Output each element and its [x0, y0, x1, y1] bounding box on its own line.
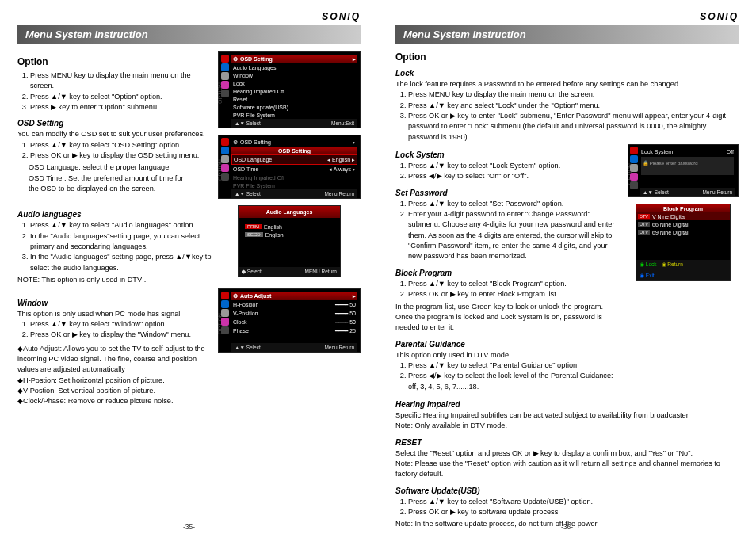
li: Press ▶ key to enter "Option" submenu. — [30, 102, 212, 113]
bullet: ◆Auto Adjust: Allows you to set the TV t… — [17, 344, 212, 376]
banner: Menu System Instruction — [17, 25, 361, 44]
brand-logo: SONIQ — [17, 11, 361, 22]
bullet: ◆H-Postion: Set horizontal position of p… — [17, 376, 212, 386]
li: Press ▲/▼ key to select "Window" option. — [30, 319, 212, 330]
bullet: ◆V-Postion: Set vertical position of pic… — [17, 386, 212, 396]
window-h: Window — [17, 299, 212, 307]
li: Press MENU key to display the main menu … — [30, 71, 212, 92]
li: Press MENU key to display the main menu … — [408, 90, 739, 100]
li: Press ▲/▼ key to select "Option" option. — [30, 92, 212, 102]
page-number: -35- — [0, 523, 378, 531]
li: Press OK or ▶ key to display the "Window… — [30, 330, 212, 340]
page-35: SONIQ Menu System Instruction Option Pre… — [0, 0, 378, 534]
hi-h: Hearing Impaired — [395, 400, 739, 409]
bullet: ◆Clock/Phase: Remove or reduce picture n… — [17, 396, 212, 406]
p: Specific Hearing Impaired subtitles can … — [395, 410, 739, 421]
osd-setting-h: OSD Setting — [17, 119, 212, 128]
page-36: SONIQ Menu System Instruction Option Loc… — [378, 0, 756, 534]
li: Press ▲/▼ key to select "Audio languages… — [30, 220, 212, 231]
brand-logo: SONIQ — [395, 11, 739, 22]
li: Press ◀/▶ key to select "On" or "Off". — [408, 171, 621, 181]
lock-icon: 🔒 — [643, 161, 648, 166]
gear-icon: ⚙ — [233, 56, 238, 63]
banner: Menu System Instruction — [395, 25, 739, 44]
p: This option is only used when PC mode ha… — [17, 309, 212, 319]
sw-h: Software Update(USB) — [395, 486, 739, 495]
option-heading: Option — [17, 56, 212, 67]
lock-h: Lock — [395, 69, 739, 78]
li: Press ▲/▼ key to select "Block Program" … — [408, 279, 621, 289]
note: the OSD to be displayed on the screen. — [29, 184, 212, 194]
li: Press ▲/▼ key and select "Lock" under th… — [408, 101, 739, 111]
osd-panel-lock: OPTION Lock SystemOff 🔒 Please enter pas… — [628, 144, 739, 197]
note: NOTE: This option is only used in DTV . — [17, 275, 212, 285]
li: Press ▲/▼ key to select "Parental Guidan… — [408, 360, 621, 371]
li: Enter your 4-digit password to enter "Ch… — [408, 209, 621, 262]
li: Press ▲/▼ key to select "Software Update… — [408, 497, 739, 507]
reset-h: RESET — [395, 438, 739, 447]
li: Press ▲/▼ key to select "OSD Setting" op… — [30, 140, 212, 151]
li: Press OK or ▶ key to display the OSD set… — [30, 151, 212, 161]
p: Select the "Reset" option and press OK o… — [395, 448, 739, 459]
p: This option only used in DTV mode. — [395, 350, 621, 360]
note: Note: Only available in DTV mode. — [395, 421, 739, 431]
li: In the "Audio languages"setting page, yo… — [30, 231, 212, 253]
block-h: Block Program — [395, 269, 621, 277]
p: You can modify the OSD set to suit your … — [17, 129, 212, 139]
li: Press OK or ▶ key to enter "Lock" submen… — [408, 111, 739, 143]
li: Press OK or ▶ key to software update pro… — [408, 507, 739, 517]
intro-list: Press MENU key to display the main menu … — [17, 71, 212, 113]
page-number: -36- — [378, 523, 756, 531]
audio-h: Audio languages — [17, 210, 212, 219]
li: Press OK or ▶ key to enter Block Program… — [408, 289, 621, 299]
osd-panel-audio: Audio Languages PRIMEnglish SECDEnglish … — [238, 205, 341, 277]
setpw-h: Set Password — [395, 189, 621, 197]
osd-panel-window: OPTION ⚙Auto Adjust▸ H-Position━━━━ 50 V… — [218, 288, 361, 353]
option-heading: Option — [395, 51, 739, 63]
p: In the program list, use Green key to lo… — [395, 302, 621, 334]
note: OSD Language: select the proper language — [29, 162, 212, 173]
osd-panel-option: OPTION ⚙OSD Setting▸ Audio Languages Win… — [218, 51, 361, 128]
osd-panel-block: Block Program DTVV Nine Digital DTV66 Ni… — [636, 204, 731, 281]
gear-icon: ⚙ — [233, 139, 238, 146]
osd-panel-osd-setting: OPTION ⚙OSD Setting▸ OSD Setting OSD Lan… — [218, 135, 361, 199]
li: Press ▲/▼ key to select "Lock System" op… — [408, 161, 621, 171]
note: OSD Time : Set the preferred amount of t… — [29, 174, 212, 184]
p: The lock feature requires a Password to … — [395, 79, 739, 90]
li: Press ▲/▼ key to select "Set Password" o… — [408, 199, 621, 209]
li: Press ◀/▶ key to select the lock level o… — [408, 371, 621, 392]
locksys-h: Lock System — [395, 151, 621, 159]
gear-icon: ⚙ — [233, 293, 238, 299]
note: Note: Please use the "Reset" option with… — [395, 459, 739, 480]
li: In the "Audio languages" setting page, p… — [30, 252, 212, 273]
parental-h: Parental Guidance — [395, 340, 621, 349]
